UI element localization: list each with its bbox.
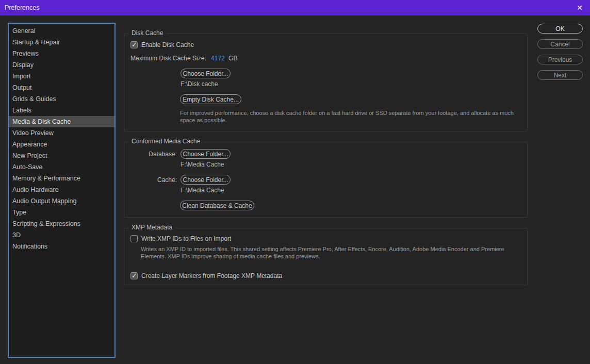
write-xmp-ids-checkbox[interactable]: Write XMP IDs to Files on Import: [130, 235, 231, 242]
sidebar-item-labels[interactable]: Labels: [9, 105, 114, 116]
close-icon[interactable]: ✕: [569, 0, 590, 15]
xmp-note: Writes an XMP ID to imported files. This…: [141, 245, 515, 260]
cancel-button[interactable]: Cancel: [537, 39, 583, 49]
cache-label: Cache:: [130, 176, 177, 184]
preferences-category-list: General Startup & Repair Previews Displa…: [8, 23, 116, 358]
checkbox-icon[interactable]: [130, 41, 138, 48]
conformed-media-cache-section-title: Conformed Media Cache: [128, 138, 203, 145]
database-choose-folder-button[interactable]: Choose Folder...: [181, 149, 231, 159]
database-path: F:\Media Cache: [181, 161, 224, 168]
sidebar-item-grids-guides[interactable]: Grids & Guides: [9, 93, 114, 105]
sidebar-item-scripting-expressions[interactable]: Scripting & Expressions: [9, 218, 114, 229]
sidebar-item-import[interactable]: Import: [9, 71, 114, 82]
max-disk-cache-size-unit: GB: [228, 55, 237, 62]
write-xmp-ids-label: Write XMP IDs to Files on Import: [141, 235, 231, 242]
cache-path: F:\Media Cache: [181, 187, 224, 194]
disk-cache-choose-folder-button[interactable]: Choose Folder...: [181, 69, 231, 78]
max-disk-cache-size-label: Maximum Disk Cache Size:: [130, 55, 206, 62]
sidebar-item-audio-hardware[interactable]: Audio Hardware: [9, 184, 114, 195]
sidebar-item-type[interactable]: Type: [9, 207, 114, 218]
checkbox-icon[interactable]: [130, 235, 138, 242]
sidebar-item-appearance[interactable]: Appearance: [9, 139, 114, 150]
max-disk-cache-size-row: Maximum Disk Cache Size: 4172 GB: [130, 55, 237, 62]
sidebar-item-notifications[interactable]: Notifications: [9, 241, 114, 252]
sidebar-item-video-preview[interactable]: Video Preview: [9, 127, 114, 139]
previous-button[interactable]: Previous: [537, 55, 583, 64]
next-button[interactable]: Next: [537, 70, 583, 80]
sidebar-item-general[interactable]: General: [9, 25, 114, 37]
sidebar-item-3d[interactable]: 3D: [9, 229, 114, 241]
sidebar-item-display[interactable]: Display: [9, 59, 114, 71]
ok-button[interactable]: OK: [537, 24, 583, 34]
clean-database-cache-button[interactable]: Clean Database & Cache: [180, 201, 254, 210]
max-disk-cache-size-value[interactable]: 4172: [211, 55, 225, 62]
empty-disk-cache-button[interactable]: Empty Disk Cache...: [180, 94, 241, 104]
sidebar-item-memory-performance[interactable]: Memory & Performance: [9, 173, 114, 184]
create-layer-markers-checkbox[interactable]: Create Layer Markers from Footage XMP Me…: [130, 272, 282, 279]
checkbox-icon[interactable]: [130, 272, 138, 279]
xmp-metadata-section-title: XMP Metadata: [128, 224, 175, 231]
enable-disk-cache-checkbox[interactable]: Enable Disk Cache: [130, 41, 194, 48]
database-label: Database:: [130, 151, 177, 158]
sidebar-item-output[interactable]: Output: [9, 82, 114, 93]
cache-choose-folder-button[interactable]: Choose Folder...: [181, 175, 231, 185]
sidebar-item-media-disk-cache[interactable]: Media & Disk Cache: [9, 116, 114, 127]
sidebar-item-startup-repair[interactable]: Startup & Repair: [9, 37, 114, 48]
sidebar-item-audio-output-mapping[interactable]: Audio Output Mapping: [9, 195, 114, 207]
disk-cache-folder-path: F:\Disk cache: [181, 80, 218, 88]
sidebar-item-new-project[interactable]: New Project: [9, 150, 114, 161]
disk-cache-note: For improved performance, choose a disk …: [180, 109, 515, 124]
sidebar-item-previews[interactable]: Previews: [9, 48, 114, 59]
create-layer-markers-label: Create Layer Markers from Footage XMP Me…: [141, 272, 282, 279]
disk-cache-section-title: Disk Cache: [128, 29, 166, 37]
dialog-titlebar: Preferences ✕: [0, 0, 590, 15]
enable-disk-cache-label: Enable Disk Cache: [141, 41, 194, 48]
dialog-title: Preferences: [0, 4, 39, 11]
sidebar-item-auto-save[interactable]: Auto-Save: [9, 161, 114, 173]
